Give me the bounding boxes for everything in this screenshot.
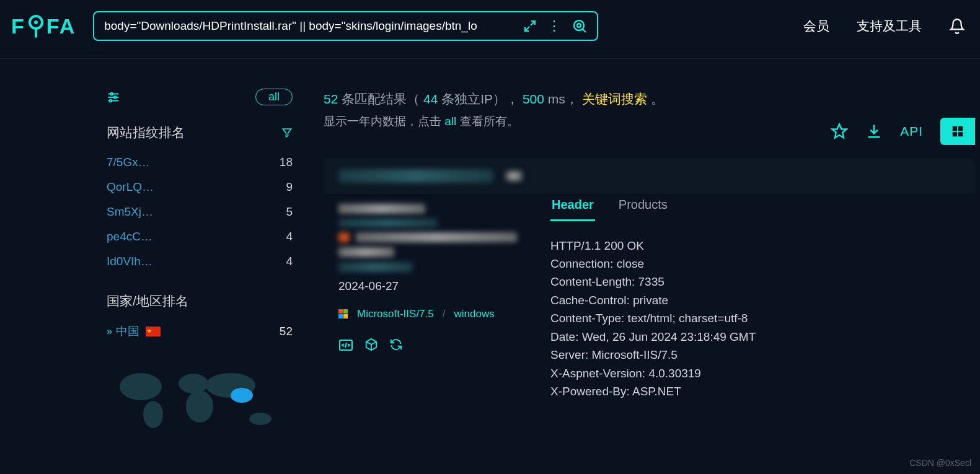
keyword-search-link[interactable]: 关键词搜索 <box>582 92 647 106</box>
svg-point-18 <box>231 388 253 403</box>
redacted-line <box>338 219 438 227</box>
content: 52 条匹配结果（ 44 条独立IP）， 500 ms， 关键词搜索 。 显示一… <box>324 89 980 439</box>
svg-rect-21 <box>953 132 957 136</box>
redacted-line <box>338 204 425 214</box>
rank-count: 18 <box>280 156 293 169</box>
nav-links: 会员 支持及工具 <box>803 17 965 35</box>
search-container: ⋮ <box>93 11 598 41</box>
svg-point-7 <box>110 92 113 95</box>
world-map <box>107 362 293 439</box>
iis-tag[interactable]: Microsoft-IIS/7.5 <box>357 308 434 320</box>
search-actions: ⋮ <box>524 19 587 33</box>
settings-sliders-icon[interactable] <box>107 90 120 104</box>
result-title-bar <box>324 158 975 194</box>
fingerprint-rank-row[interactable]: Id0VIh… 4 <box>107 249 293 274</box>
tag-separator: / <box>443 308 446 320</box>
svg-point-12 <box>120 373 162 400</box>
show-all-link[interactable]: all <box>444 115 456 128</box>
svg-line-5 <box>583 29 586 32</box>
svg-point-11 <box>110 99 112 102</box>
redacted-badge <box>506 171 522 181</box>
top-bar: F FA ⋮ 会员 支持及工具 <box>0 0 980 58</box>
download-icon[interactable] <box>865 123 883 140</box>
rank-name: 7/5Gx… <box>107 156 150 169</box>
result-toolbar: API <box>831 118 975 145</box>
logo-text-post: FA <box>46 14 76 38</box>
svg-point-9 <box>114 96 117 99</box>
svg-point-14 <box>179 374 208 393</box>
star-icon[interactable] <box>831 123 848 140</box>
tag-row: Microsoft-IIS/7.5 / windows <box>338 308 528 320</box>
os-tag[interactable]: windows <box>454 308 495 320</box>
fingerprint-rank-row[interactable]: Sm5Xj… 5 <box>107 200 293 224</box>
svg-rect-19 <box>953 126 957 131</box>
nav-member[interactable]: 会员 <box>803 17 829 35</box>
redacted-icon <box>338 232 350 242</box>
result-date: 2024-06-27 <box>338 279 528 293</box>
tab-products[interactable]: Products <box>617 194 669 221</box>
result-summary: 52 条匹配结果（ 44 条独立IP）， 500 ms， 关键词搜索 。 <box>324 89 975 110</box>
microsoft-icon <box>338 309 348 319</box>
search-input[interactable] <box>104 19 516 33</box>
result-action-icons <box>338 338 528 353</box>
country-name: 中国 <box>116 323 139 340</box>
bell-icon[interactable] <box>949 18 965 34</box>
funnel-icon[interactable] <box>281 127 293 138</box>
http-headers: HTTP/1.1 200 OK Connection: close Conten… <box>550 237 975 401</box>
svg-point-1 <box>34 20 38 24</box>
result-ip-count: 44 <box>423 92 438 106</box>
country-rank-row[interactable]: » 中国 52 <box>107 318 293 345</box>
section-country-title: 国家/地区排名 <box>107 292 293 310</box>
svg-rect-22 <box>958 132 963 136</box>
code-icon[interactable] <box>338 338 353 353</box>
section-fingerprint-title: 网站指纹排名 <box>107 124 293 141</box>
redacted-line <box>356 232 517 242</box>
kebab-menu-icon[interactable]: ⋮ <box>547 19 561 33</box>
nav-support[interactable]: 支持及工具 <box>857 17 922 35</box>
fingerprint-rank-row[interactable]: QorLQ… 9 <box>107 175 293 200</box>
redacted-title <box>338 169 493 183</box>
flag-cn-icon <box>146 327 161 336</box>
filter-all-pill[interactable]: all <box>255 89 293 105</box>
watermark: CSDN @0xSecl <box>909 458 971 468</box>
main-area: all 网站指纹排名 7/5Gx… 18 QorLQ… 9 Sm5Xj… 5 p… <box>0 58 980 439</box>
expand-icon[interactable] <box>524 20 536 32</box>
grid-view-button[interactable] <box>940 118 975 145</box>
logo[interactable]: F FA <box>11 14 76 38</box>
svg-point-17 <box>249 413 271 425</box>
result-total: 52 <box>324 92 338 106</box>
search-icon[interactable] <box>572 19 587 33</box>
svg-rect-20 <box>958 126 963 131</box>
result-detail: Header Products HTTP/1.1 200 OK Connecti… <box>550 194 975 401</box>
country-count: 52 <box>280 325 293 338</box>
chevron-double-right-icon: » <box>107 326 110 337</box>
logo-mark-icon <box>27 14 45 38</box>
svg-point-3 <box>574 20 584 30</box>
sidebar: all 网站指纹排名 7/5Gx… 18 QorLQ… 9 Sm5Xj… 5 p… <box>107 89 293 439</box>
tab-header[interactable]: Header <box>550 194 595 221</box>
svg-point-15 <box>186 390 213 423</box>
fingerprint-rank-row[interactable]: 7/5Gx… 18 <box>107 150 293 175</box>
result-ms: 500 <box>523 92 544 106</box>
refresh-icon[interactable] <box>389 338 403 351</box>
detail-tabs: Header Products <box>550 194 975 222</box>
fingerprint-rank-row[interactable]: pe4cC… 4 <box>107 224 293 249</box>
api-link[interactable]: API <box>900 124 923 139</box>
svg-point-4 <box>577 24 581 27</box>
cube-icon[interactable] <box>364 338 378 351</box>
svg-point-13 <box>143 401 163 428</box>
redacted-line <box>338 262 413 272</box>
result-meta: 2024-06-27 Microsoft-IIS/7.5 / windows <box>324 194 528 401</box>
redacted-line <box>338 247 394 257</box>
logo-text-pre: F <box>11 14 25 38</box>
